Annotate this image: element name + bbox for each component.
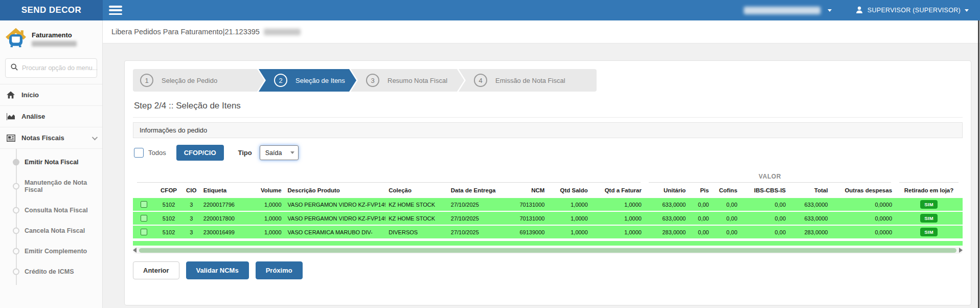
wizard-step-selecao-de-pedido[interactable]: 1Seleção de Pedido — [133, 69, 257, 92]
home-icon — [6, 91, 15, 99]
sidebar-item-analise[interactable]: Análise — [0, 106, 102, 127]
caret-down-icon — [965, 9, 969, 12]
sidebar-item-label: Início — [21, 91, 39, 99]
column-header-qtd-saldo: Qtd Saldo — [548, 183, 590, 197]
group-header-valor: VALOR — [645, 170, 895, 183]
column-header-descricao-produto: Descrição Produto — [285, 183, 386, 197]
sidebar-subitem-credito-de-icms[interactable]: Crédito de ICMS — [0, 261, 102, 282]
chart-icon — [6, 113, 15, 120]
cell-cfop: 5102 — [155, 225, 183, 239]
row-checkbox[interactable] — [141, 201, 147, 208]
sidebar-subitem-emitir-complemento[interactable]: Emitir Complemento — [0, 241, 102, 261]
group-header-empty — [895, 170, 963, 183]
cell-ibs-cbs-is: 0,00 — [740, 197, 789, 211]
user-label: SUPERVISOR (SUPERVISOR) — [868, 7, 961, 14]
cell-descricao-produto: VASO PERGAMON VIDRO KZ-FVP149 — [285, 197, 386, 211]
table-header-row: CFOPCIOEtiquetaVolumeDescrição ProdutoCo… — [133, 183, 963, 197]
cell-total: 633,0000 — [789, 197, 831, 211]
cell-total: 283,0000 — [789, 225, 831, 239]
cell-qtd-a-faturar: 1,0000 — [591, 211, 645, 225]
cell-etiqueta: 2200017796 — [200, 197, 251, 211]
cfop-cio-button[interactable]: CFOP/CIO — [176, 145, 224, 161]
window-right-edge — [978, 20, 979, 308]
table-row: 5102322000178001,0000VASO PERGAMON VIDRO… — [133, 211, 963, 225]
column-header-unitario: Unitário — [645, 183, 689, 197]
breadcrumb-bar: Libera Pedidos Para Faturamento|21.12339… — [103, 20, 980, 43]
wizard-steps: 1Seleção de Pedido2Seleção de Itens3Resu… — [133, 69, 963, 92]
send-decor-logo-icon — [5, 28, 27, 50]
wizard-step-selecao-de-itens[interactable]: 2Seleção de Itens — [259, 69, 349, 92]
sidebar-subitem-cancela-nota-fiscal[interactable]: Cancela Nota Fiscal — [0, 221, 102, 241]
store-name-redacted — [744, 7, 821, 14]
cell-volume: 1,0000 — [251, 197, 285, 211]
cell-ibs-cbs-is: 0,00 — [740, 225, 789, 239]
cell-pis: 0,00 — [689, 225, 712, 239]
scrollbar-thumb[interactable] — [139, 248, 956, 253]
scroll-left-icon[interactable] — [133, 248, 136, 253]
column-header-pis: Pis — [689, 183, 712, 197]
table-row: 5102322000177961,0000VASO PERGAMON VIDRO… — [133, 197, 963, 211]
tipo-label: Tipo — [238, 149, 252, 157]
cell-data-de-entrega: 27/10/2025 — [448, 225, 507, 239]
wizard-step-emissao-de-nota-fiscal[interactable]: 4Emissão de Nota Fiscal — [459, 69, 597, 92]
cell-unitario: 633,0000 — [645, 211, 689, 225]
cell-qtd-saldo: 1,0000 — [548, 197, 590, 211]
column-header-total: Total — [789, 183, 831, 197]
cell-qtd-saldo: 1,0000 — [548, 225, 590, 239]
sidebar-item-inicio[interactable]: Início — [0, 84, 102, 106]
cell-outras-despesas: 0,0000 — [831, 197, 895, 211]
anterior-button[interactable]: Anterior — [133, 261, 179, 279]
breadcrumb-redacted-segment — [264, 29, 301, 35]
retirado-cell: SIM — [895, 197, 963, 211]
cell-cio: 3 — [183, 211, 200, 225]
cell-cofins: 0,00 — [712, 225, 741, 239]
retirado-sim-badge: SIM — [920, 214, 938, 223]
cell-ncm: 70131000 — [507, 211, 548, 225]
sidebar-item-label: Notas Fiscais — [21, 134, 64, 142]
hamburger-menu-icon[interactable] — [109, 6, 122, 15]
retirado-cell: SIM — [895, 211, 963, 225]
scroll-right-icon[interactable] — [959, 248, 963, 253]
cell-data-de-entrega: 27/10/2025 — [448, 211, 507, 225]
cell-qtd-a-faturar: 1,0000 — [591, 225, 645, 239]
wizard-step-number: 1 — [140, 74, 153, 87]
action-buttons: AnteriorValidar NCMsPróximo — [133, 261, 963, 279]
cell-cofins: 0,00 — [712, 197, 741, 211]
retirado-sim-badge: SIM — [920, 228, 938, 236]
cell-cio: 3 — [183, 225, 200, 239]
tipo-select[interactable]: Saída — [260, 145, 299, 160]
row-checkbox[interactable] — [141, 229, 147, 235]
cell-pis: 0,00 — [689, 197, 712, 211]
wizard-step-resumo-nota-fiscal[interactable]: 3Resumo Nota Fiscal — [351, 69, 457, 92]
proximo-button[interactable]: Próximo — [256, 261, 303, 279]
app-logo-block: Faturamento — [0, 20, 102, 55]
cell-unitario: 283,0000 — [645, 225, 689, 239]
sidebar-subitem-consulta-nota-fiscal[interactable]: Consulta Nota Fiscal — [0, 200, 102, 221]
sidebar-app-title: Faturamento — [32, 31, 77, 39]
sidebar-item-notas-fiscais[interactable]: Notas Fiscais — [0, 127, 102, 149]
group-header-empty — [133, 170, 645, 183]
filter-row: Todos CFOP/CIO Tipo Saída — [133, 138, 963, 168]
brand-logo[interactable]: SEND DECOR — [0, 0, 103, 20]
chevron-down-icon — [92, 134, 98, 140]
sidebar-subitem-emitir-nota-fiscal[interactable]: Emitir Nota Fiscal — [0, 152, 102, 172]
caret-down-icon — [828, 9, 832, 12]
row-checkbox[interactable] — [141, 215, 147, 222]
menu-search-input[interactable] — [22, 64, 104, 72]
cell-qtd-a-faturar: 1,0000 — [591, 197, 645, 211]
cell-cfop: 5102 — [155, 211, 183, 225]
tipo-selected-value: Saída — [265, 149, 282, 157]
column-header-retirado-em-loja: Retirado em loja? — [895, 183, 963, 197]
partial-row-sliver — [133, 241, 963, 246]
validar-ncms-button[interactable]: Validar NCMs — [186, 261, 249, 279]
user-menu-dropdown[interactable]: SUPERVISOR (SUPERVISOR) — [855, 6, 969, 15]
cell-cfop: 5102 — [155, 197, 183, 211]
horizontal-scrollbar — [133, 247, 963, 254]
store-selector-dropdown[interactable] — [744, 7, 832, 14]
wizard-step-label: Seleção de Pedido — [162, 77, 217, 84]
sidebar-subitem-manutencao-de-nota-fiscal[interactable]: Manutenção de Nota Fiscal — [0, 172, 102, 200]
select-all-checkbox[interactable] — [134, 148, 144, 158]
column-header-ibs-cbs-is: IBS-CBS-IS — [740, 183, 789, 197]
cell-data-de-entrega: 27/10/2025 — [448, 197, 507, 211]
content-card: 1Seleção de Pedido2Seleção de Itens3Resu… — [124, 60, 971, 305]
